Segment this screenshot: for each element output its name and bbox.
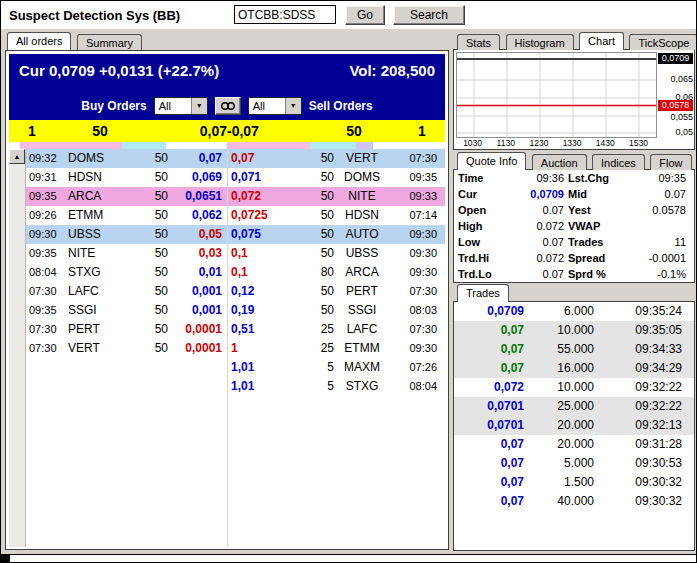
trade-row[interactable]: 0,070120.00009:32:13 [454,416,694,435]
bid-row-mm: UBSS [68,225,124,244]
ask-row[interactable]: 0,5125LAFC07:30 [228,320,445,339]
bid-row[interactable]: 09:26ETMM500,062 [26,206,227,225]
trade-row[interactable]: 0,0716.00009:34:29 [454,359,694,378]
bid-row-price: 0,0001 [168,320,227,339]
ask-row[interactable]: 0,0750VERT07:30 [228,149,445,168]
quote-info-label: Low [458,234,502,250]
ask-row-time: 09:30 [390,339,445,358]
tab-all-orders[interactable]: All orders [7,32,71,50]
bid-row[interactable]: 09:31HDSN500,069 [26,168,227,187]
chart-x-label: 1330 [556,138,589,148]
trade-row[interactable]: 0,07210.00009:32:22 [454,378,694,397]
ask-row[interactable]: 0,072550HDSN07:14 [228,206,445,225]
go-button[interactable]: Go [345,5,385,25]
tab-chart[interactable]: Chart [579,32,624,50]
trade-row-time: 09:32:22 [598,397,694,416]
bid-row-size: 50 [124,301,168,320]
trade-row[interactable]: 0,075.00009:30:53 [454,454,694,473]
search-button[interactable]: Search [393,5,465,25]
ask-row-size: 25 [290,320,334,339]
ask-row[interactable]: 1,015STXG08:04 [228,377,445,396]
tab-trades[interactable]: Trades [457,284,509,302]
bid-row[interactable]: 09:35NITE500,03 [26,244,227,263]
trade-row-size: 10.000 [524,378,598,397]
chevron-down-icon[interactable]: ▼ [285,98,301,114]
bid-row-time: 09:35 [26,244,68,263]
bid-row[interactable]: 07:30PERT500,0001 [26,320,227,339]
quote-info-value: 0.07 [502,234,568,250]
tab-flow[interactable]: Flow [650,154,691,170]
trade-row-size: 1.500 [524,473,598,492]
ask-row[interactable]: 0,1950SSGI08:03 [228,301,445,320]
ask-row-time: 07:30 [390,282,445,301]
trade-row-size: 20.000 [524,435,598,454]
ask-row[interactable]: 0,07150DOMS09:35 [228,168,445,187]
ask-row[interactable]: 0,07550AUTO09:30 [228,225,445,244]
chevron-down-icon[interactable]: ▼ [191,98,207,114]
tab-indices[interactable]: Indices [592,154,645,170]
quote-info-label: Open [458,202,502,218]
bid-row[interactable]: 07:30VERT500,0001 [26,339,227,358]
trade-row-size: 40.000 [524,492,598,511]
link-icon [220,101,236,111]
trade-row-price: 0,07 [454,454,524,473]
ask-row-mm: VERT [334,149,390,168]
trade-row[interactable]: 0,0755.00009:34:33 [454,340,694,359]
tab-histogram[interactable]: Histogram [506,34,574,50]
chart-x-label: 1530 [622,138,655,148]
quote-info-row: High0.072VWAP [454,218,694,234]
bid-row[interactable]: 09:30UBSS500,05 [26,225,227,244]
tab-stats[interactable]: Stats [457,34,500,50]
app-window: Suspect Detection Sys (BB) Go Search All… [0,0,697,563]
trade-row[interactable]: 0,07096.00009:35:24 [454,302,694,321]
bid-row-mm: ETMM [68,206,124,225]
order-book-panel: Cur 0,0709 +0,0131 (+22.7%) Vol: 208,500… [5,50,449,550]
trade-row-time: 09:32:22 [598,378,694,397]
buy-orders-label: Buy Orders [81,99,146,113]
quote-info-value: -0.1% [624,266,690,282]
scroll-up-button[interactable]: ▲ [9,149,25,164]
chart-x-label: 1130 [489,138,522,148]
bid-row[interactable]: 08:04STXG500,01 [26,263,227,282]
bid-row[interactable]: 09:35SSGI500,001 [26,301,227,320]
trade-row-price: 0,0709 [454,302,524,321]
ask-row[interactable]: 1,015MAXM07:26 [228,358,445,377]
link-filters-button[interactable] [215,97,241,115]
ask-row-price: 1 [228,339,290,358]
bid-row[interactable]: 07:30LAFC500,001 [26,282,227,301]
bid-row[interactable]: 09:35ARCA500,0651 [26,187,227,206]
ask-row[interactable]: 0,180ARCA09:30 [228,263,445,282]
trade-row[interactable]: 0,0740.00009:30:32 [454,492,694,511]
buy-filter-select[interactable]: All ▼ [154,97,208,115]
bid-row[interactable]: 09:32DOMS500,07 [26,149,227,168]
ask-row[interactable]: 125ETMM09:30 [228,339,445,358]
trade-row-size: 20.000 [524,416,598,435]
orderbook-scrollbar[interactable]: ▲ [9,149,26,547]
ask-row[interactable]: 0,07250NITE09:33 [228,187,445,206]
trade-row-time: 09:30:32 [598,492,694,511]
depth-bar-segment [356,142,373,149]
quote-info-value: 0.07 [502,266,568,282]
ask-row[interactable]: 0,1250PERT07:30 [228,282,445,301]
bid-row-time: 09:26 [26,206,68,225]
trade-row[interactable]: 0,071.50009:30:32 [454,473,694,492]
ask-row[interactable]: 0,150UBSS09:30 [228,244,445,263]
trade-row[interactable]: 0,0720.00009:31:28 [454,435,694,454]
tab-quote-info[interactable]: Quote Info [457,152,526,170]
trade-row[interactable]: 0,070125.00009:32:22 [454,397,694,416]
ask-mm-count: 1 [399,120,445,142]
tab-auction[interactable]: Auction [532,154,587,170]
ask-row-price: 0,07 [228,149,290,168]
trade-row-size: 16.000 [524,359,598,378]
symbol-input[interactable] [234,5,336,24]
ask-row-mm: ARCA [334,263,390,282]
tab-summary[interactable]: Summary [77,34,142,50]
sell-filter-select[interactable]: All ▼ [248,97,302,115]
tab-tickscope[interactable]: TickScope [629,34,697,50]
sell-orders-label: Sell Orders [309,99,373,113]
sell-filter-value: All [249,98,285,114]
ask-row-mm: UBSS [334,244,390,263]
depth-bar-segment [227,142,310,149]
quote-header: Cur 0,0709 +0,0131 (+22.7%) Vol: 208,500… [9,54,445,120]
trade-row[interactable]: 0,0710.00009:35:05 [454,321,694,340]
